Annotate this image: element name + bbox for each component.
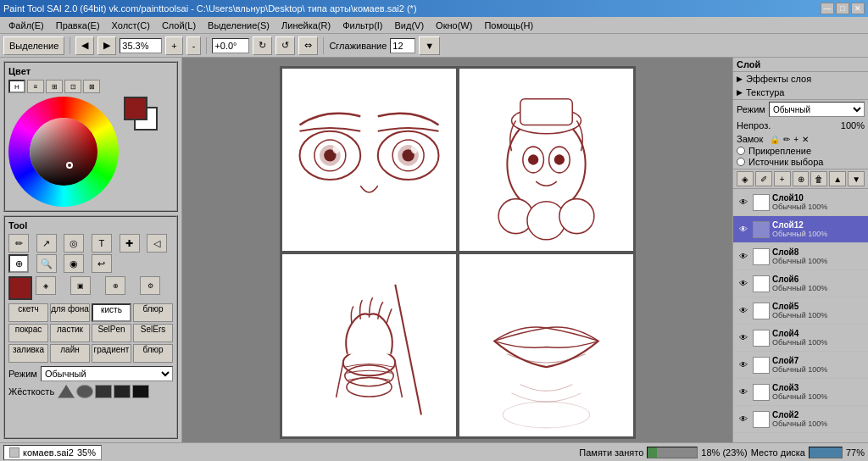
layer-btn-2[interactable]: ✐: [755, 171, 772, 186]
zoom-input[interactable]: [120, 38, 162, 53]
menubar-item[interactable]: Холст(C): [107, 19, 155, 31]
brush-blur2[interactable]: блюр: [133, 344, 173, 363]
layer-eye-icon[interactable]: 👁: [737, 304, 750, 318]
hardness-rect2[interactable]: [114, 385, 131, 398]
lock-icon[interactable]: 🔒: [770, 135, 780, 144]
comic-panel-3[interactable]: [281, 253, 458, 438]
hardness-triangle[interactable]: [58, 385, 75, 398]
layer-eye-icon[interactable]: 👁: [737, 196, 750, 209]
menubar-item[interactable]: Окно(W): [431, 19, 477, 31]
color-mode-stripes[interactable]: ≡: [27, 80, 44, 93]
menubar-item[interactable]: Фильтр(I): [337, 19, 387, 31]
layer-btn-down[interactable]: ▼: [848, 171, 865, 186]
color-mode-grid1[interactable]: ⊞: [46, 80, 63, 93]
tool-transform[interactable]: ◁: [147, 234, 167, 253]
layer-btn-copy[interactable]: ⊕: [793, 171, 810, 186]
layer-item[interactable]: 👁Слой4Обычный 100%: [733, 325, 868, 352]
tool-eyedrop[interactable]: ◉: [64, 254, 84, 273]
tool-magnifier[interactable]: 🔍: [36, 254, 57, 273]
smoothing-arrow[interactable]: ▼: [419, 36, 440, 55]
hardness-rect3[interactable]: [132, 385, 149, 398]
minimize-button[interactable]: —: [821, 3, 834, 14]
layer-eye-icon[interactable]: 👁: [737, 413, 750, 426]
layer-btn-new[interactable]: +: [774, 171, 791, 186]
hardness-circle[interactable]: [76, 385, 93, 398]
brush-blur[interactable]: блюр: [133, 303, 173, 322]
layer-item[interactable]: 👁Слой5Обычный 100%: [733, 297, 868, 325]
tool-zoom[interactable]: ⊕: [8, 254, 29, 273]
attach-radio[interactable]: [737, 147, 745, 155]
brush-bg[interactable]: для фона: [50, 303, 90, 322]
tool-extra1[interactable]: ◈: [36, 276, 56, 295]
brush-line[interactable]: лайн: [50, 344, 90, 363]
toolbar-nav-left[interactable]: ◀: [75, 36, 94, 55]
layer-btn-1[interactable]: ◈: [737, 171, 754, 186]
layer-texture-toggle[interactable]: Текстура: [733, 86, 868, 100]
layer-item[interactable]: 👁Слой8Обычный 100%: [733, 243, 868, 270]
layer-eye-icon[interactable]: 👁: [737, 386, 750, 399]
menubar-item[interactable]: Файл(E): [3, 19, 49, 31]
comic-panel-1[interactable]: [281, 67, 458, 253]
toolbar-nav-right[interactable]: ▶: [97, 36, 116, 55]
brush-pokras[interactable]: покрас: [8, 324, 48, 342]
layer-item[interactable]: 👁Слой2Обычный 100%: [733, 406, 868, 433]
layer-btn-up[interactable]: ▲: [829, 171, 846, 186]
lock-icon3[interactable]: +: [793, 135, 798, 144]
color-mode-grid3[interactable]: ⊠: [83, 80, 100, 93]
layer-effects-toggle[interactable]: Эффекты слоя: [733, 72, 868, 86]
maximize-button[interactable]: □: [836, 3, 849, 14]
layer-item[interactable]: 👁Слой6Обычный 100%: [733, 270, 868, 297]
tool-extra2[interactable]: ▣: [70, 276, 91, 295]
smoothing-input[interactable]: [390, 38, 415, 53]
color-mode-grid2[interactable]: ⊡: [64, 80, 81, 93]
color-mode-h[interactable]: H: [8, 80, 25, 93]
canvas-area[interactable]: [182, 58, 732, 442]
toolbar-selection-button[interactable]: Выделение: [3, 36, 64, 55]
layer-item[interactable]: 👁Слой12Обычный 100%: [733, 216, 868, 243]
lock-icon2[interactable]: ✏: [783, 135, 790, 144]
mode-select[interactable]: Обычный: [41, 366, 173, 381]
brush-eraser[interactable]: ластик: [50, 324, 90, 342]
tool-extra3[interactable]: ⊕: [105, 276, 125, 295]
tool-undo-tool[interactable]: ↩: [92, 254, 112, 273]
layer-eye-icon[interactable]: 👁: [737, 358, 750, 372]
layer-mode-select[interactable]: Обычный: [769, 102, 865, 117]
layer-btn-delete[interactable]: 🗑: [810, 171, 827, 186]
brush-brush[interactable]: кисть: [92, 303, 131, 322]
zoom-minus[interactable]: -: [186, 36, 202, 55]
menubar-item[interactable]: Вид(V): [390, 19, 430, 31]
rotation-input[interactable]: [212, 38, 249, 53]
layer-eye-icon[interactable]: 👁: [737, 331, 750, 345]
comic-panel-2[interactable]: [458, 67, 635, 253]
tool-lasso[interactable]: ◎: [64, 234, 84, 253]
menubar-item[interactable]: Выделение(S): [203, 19, 275, 31]
layer-item[interactable]: 👁Слой3Обычный 100%: [733, 379, 868, 406]
color-picker-area[interactable]: [8, 97, 173, 207]
color-wheel-container[interactable]: [8, 97, 119, 207]
rotate-cw[interactable]: ↻: [253, 36, 272, 55]
menubar-item[interactable]: Помощь(H): [479, 19, 538, 31]
rotate-ccw[interactable]: ↺: [275, 36, 295, 55]
drawing-canvas[interactable]: [280, 66, 636, 439]
zoom-plus[interactable]: +: [165, 36, 182, 55]
tool-pen[interactable]: ✏: [8, 234, 29, 253]
layer-item[interactable]: 👁Слой10Обычный 100%: [733, 189, 868, 216]
menubar-item[interactable]: Линейка(R): [276, 19, 336, 31]
lock-icon4[interactable]: ✕: [802, 135, 809, 144]
tool-move[interactable]: ✚: [120, 234, 140, 253]
brush-fill[interactable]: заливка: [8, 344, 48, 363]
fg-color-swatch[interactable]: [124, 97, 147, 120]
flip-h[interactable]: ⇔: [298, 36, 318, 55]
close-button[interactable]: ✕: [851, 3, 865, 14]
brush-sketch[interactable]: скетч: [8, 303, 48, 322]
layer-eye-icon[interactable]: 👁: [737, 223, 750, 236]
tool-select[interactable]: ↗: [36, 234, 57, 253]
tool-extra4[interactable]: ⚙: [140, 276, 160, 295]
hardness-rect1[interactable]: [95, 385, 112, 398]
fg-bg-colors[interactable]: [124, 97, 158, 131]
comic-panel-4[interactable]: [458, 253, 635, 438]
statusbar-file[interactable]: комаев.sai2 35%: [3, 445, 102, 460]
tool-color-swatch[interactable]: [8, 276, 32, 300]
brush-selets[interactable]: SelErs: [133, 324, 173, 342]
menubar-item[interactable]: Правка(E): [51, 19, 105, 31]
